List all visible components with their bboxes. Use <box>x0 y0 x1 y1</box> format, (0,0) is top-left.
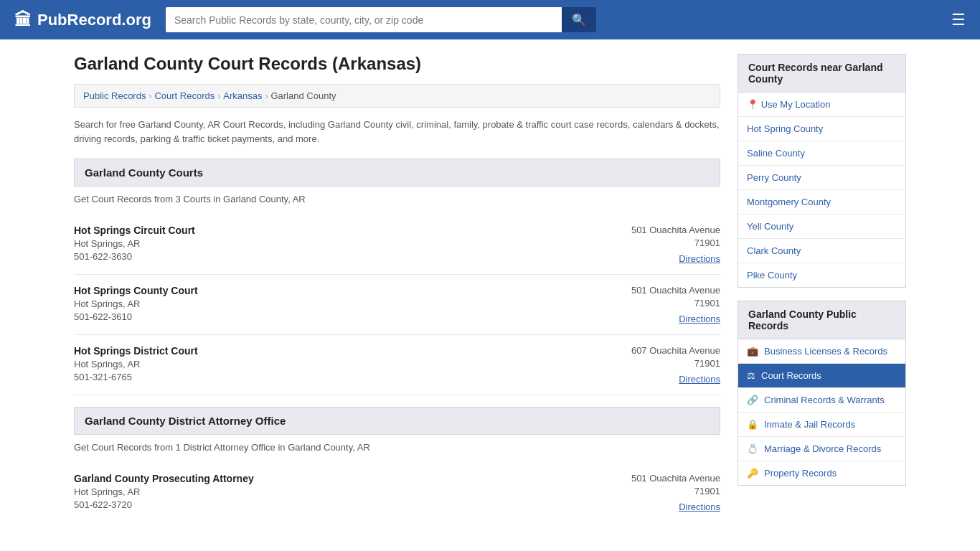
court-phone-1: 501-622-3630 <box>74 251 195 262</box>
directions-link-3[interactable]: Directions <box>679 374 720 385</box>
sidebar-nearby-title: Court Records near Garland County <box>738 54 906 93</box>
menu-button[interactable]: ☰ <box>951 11 966 29</box>
main-container: Garland County Court Records (Arkansas) … <box>60 39 920 537</box>
court-name-2: Hot Springs County Court <box>74 285 198 296</box>
menu-icon: ☰ <box>951 11 966 29</box>
court-left-1: Hot Springs Circuit Court Hot Springs, A… <box>74 225 195 264</box>
attorney-directions-1: Directions <box>631 501 720 512</box>
property-icon: 🔑 <box>747 468 758 479</box>
search-bar: 🔍 <box>166 7 596 32</box>
court-right-3: 607 Ouachita Avenue 71901 Directions <box>631 345 720 385</box>
court-right-1: 501 Ouachita Avenue 71901 Directions <box>631 225 720 264</box>
sidebar-item-inmate: 🔒 Inmate & Jail Records <box>738 413 905 437</box>
county-link-hot-spring[interactable]: Hot Spring County <box>738 117 905 141</box>
sidebar-public-records-list: 💼 Business Licenses & Records ⚖ Court Re… <box>738 339 906 486</box>
county-link-clark[interactable]: Clark County <box>738 239 905 263</box>
attorney-directions-link-1[interactable]: Directions <box>679 501 720 512</box>
attorney-name-1: Garland County Prosecuting Attorney <box>74 473 254 484</box>
directions-link-1[interactable]: Directions <box>679 253 720 264</box>
court-entry-1: Hot Springs Circuit Court Hot Springs, A… <box>74 215 720 275</box>
court-address-3: 607 Ouachita Avenue <box>631 345 720 356</box>
county-link-montgomery[interactable]: Montgomery County <box>738 190 905 214</box>
site-logo[interactable]: 🏛 PubRecord.org <box>14 10 151 30</box>
sidebar-public-records-title: Garland County Public Records <box>738 301 906 339</box>
attorney-right-1: 501 Ouachita Avenue 71901 Directions <box>631 473 720 512</box>
logo-text: PubRecord.org <box>37 11 151 29</box>
court-left-3: Hot Springs District Court Hot Springs, … <box>74 345 198 385</box>
search-icon: 🔍 <box>572 14 586 26</box>
sidebar-item-criminal: 🔗 Criminal Records & Warrants <box>738 388 905 413</box>
public-records-label-property: Property Records <box>764 468 837 479</box>
court-right-2: 501 Ouachita Avenue 71901 Directions <box>631 285 720 324</box>
breadcrumb-court-records[interactable]: Court Records <box>154 90 215 101</box>
court-zip-2: 71901 <box>631 298 720 309</box>
court-directions-3: Directions <box>631 373 720 385</box>
court-name-1: Hot Springs Circuit Court <box>74 225 195 236</box>
public-records-link-property[interactable]: 🔑 Property Records <box>738 461 905 485</box>
attorney-section-header: Garland County District Attorney Office <box>74 407 720 435</box>
sidebar-county-saline: Saline County <box>738 141 905 166</box>
sidebar-use-location: 📍 Use My Location <box>738 93 905 117</box>
attorney-phone-1: 501-622-3720 <box>74 499 254 510</box>
court-phone-2: 501-622-3610 <box>74 311 198 322</box>
court-entry-2: Hot Springs County Court Hot Springs, AR… <box>74 275 720 335</box>
search-input[interactable] <box>166 7 562 32</box>
court-address-1: 501 Ouachita Avenue <box>631 225 720 235</box>
content-area: Garland County Court Records (Arkansas) … <box>74 54 720 522</box>
sidebar-county-clark: Clark County <box>738 239 905 263</box>
court-zip-3: 71901 <box>631 358 720 369</box>
county-link-perry[interactable]: Perry County <box>738 166 905 189</box>
directions-link-2[interactable]: Directions <box>679 314 720 324</box>
court-city-3: Hot Springs, AR <box>74 359 198 369</box>
attorney-entry-1: Garland County Prosecuting Attorney Hot … <box>74 463 720 522</box>
marriage-icon: 💍 <box>747 443 758 454</box>
court-zip-1: 71901 <box>631 237 720 248</box>
sidebar-county-yell: Yell County <box>738 215 905 239</box>
sidebar-nearby-list: 📍 Use My Location Hot Spring County Sali… <box>738 93 906 288</box>
logo-icon: 🏛 <box>14 10 32 30</box>
sidebar-item-court: ⚖ Court Records <box>738 364 905 388</box>
court-city-2: Hot Springs, AR <box>74 298 198 309</box>
court-phone-3: 501-321-6765 <box>74 372 198 382</box>
sidebar-county-montgomery: Montgomery County <box>738 190 905 215</box>
sidebar-item-business: 💼 Business Licenses & Records <box>738 339 905 364</box>
courts-record-count: Get Court Records from 3 Courts in Garla… <box>74 194 720 204</box>
search-button[interactable]: 🔍 <box>562 7 596 32</box>
public-records-label-criminal: Criminal Records & Warrants <box>764 395 885 405</box>
attorney-zip-1: 71901 <box>631 486 720 496</box>
breadcrumb-sep-2: › <box>217 91 220 101</box>
public-records-label-marriage: Marriage & Divorce Records <box>764 443 881 454</box>
page-description: Search for free Garland County, AR Court… <box>74 118 720 146</box>
attorney-left-1: Garland County Prosecuting Attorney Hot … <box>74 473 254 512</box>
breadcrumb-public-records[interactable]: Public Records <box>83 90 146 101</box>
public-records-label-court: Court Records <box>761 370 821 381</box>
attorney-city-1: Hot Springs, AR <box>74 486 254 497</box>
header: 🏛 PubRecord.org 🔍 ☰ <box>0 0 980 39</box>
county-link-yell[interactable]: Yell County <box>738 215 905 238</box>
sidebar-item-marriage: 💍 Marriage & Divorce Records <box>738 437 905 461</box>
public-records-link-business[interactable]: 💼 Business Licenses & Records <box>738 339 905 363</box>
attorney-record-count: Get Court Records from 1 District Attorn… <box>74 442 720 453</box>
public-records-link-criminal[interactable]: 🔗 Criminal Records & Warrants <box>738 388 905 412</box>
public-records-link-marriage[interactable]: 💍 Marriage & Divorce Records <box>738 437 905 461</box>
court-address-2: 501 Ouachita Avenue <box>631 285 720 296</box>
county-link-pike[interactable]: Pike County <box>738 263 905 287</box>
sidebar-county-hot-spring: Hot Spring County <box>738 117 905 141</box>
sidebar-county-pike: Pike County <box>738 263 905 287</box>
breadcrumb: Public Records › Court Records › Arkansa… <box>74 84 720 108</box>
sidebar-county-perry: Perry County <box>738 166 905 190</box>
business-icon: 💼 <box>747 346 758 357</box>
breadcrumb-arkansas[interactable]: Arkansas <box>223 90 262 101</box>
court-entry-3: Hot Springs District Court Hot Springs, … <box>74 335 720 395</box>
public-records-link-court[interactable]: ⚖ Court Records <box>738 364 905 387</box>
breadcrumb-sep-3: › <box>265 91 268 101</box>
public-records-link-inmate[interactable]: 🔒 Inmate & Jail Records <box>738 413 905 436</box>
sidebar: Court Records near Garland County 📍 Use … <box>738 54 906 522</box>
court-icon: ⚖ <box>747 370 755 381</box>
public-records-label-business: Business Licenses & Records <box>764 346 887 357</box>
county-link-saline[interactable]: Saline County <box>738 141 905 165</box>
attorney-address-1: 501 Ouachita Avenue <box>631 473 720 484</box>
location-icon: 📍 <box>747 99 758 110</box>
page-title: Garland County Court Records (Arkansas) <box>74 54 720 74</box>
use-location-link[interactable]: 📍 Use My Location <box>738 93 905 116</box>
